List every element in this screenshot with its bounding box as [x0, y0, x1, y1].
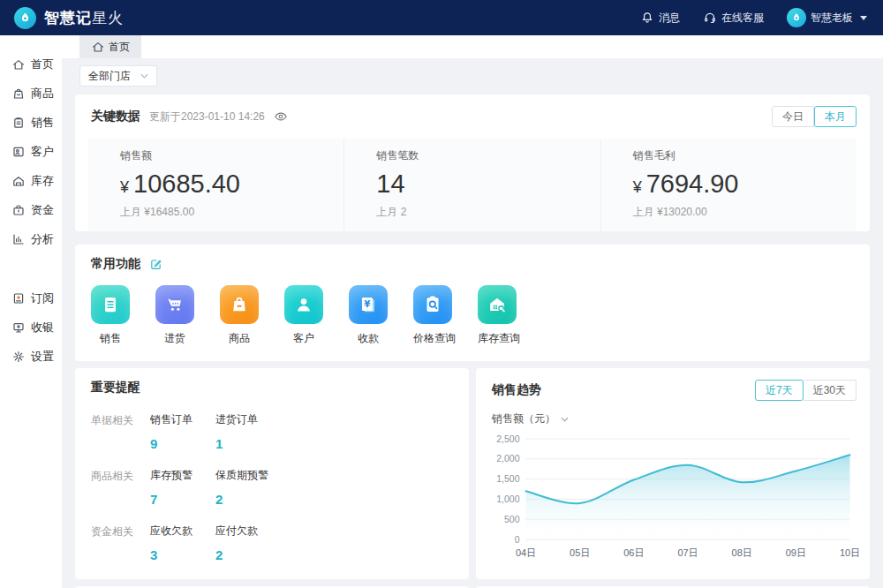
reminders-title: 重要提醒	[91, 380, 140, 396]
chart-icon	[11, 232, 26, 246]
edit-quick-actions-button[interactable]	[149, 258, 162, 271]
quick-action-goods[interactable]: 商品	[220, 285, 259, 346]
online-support-button[interactable]: 在线客服	[703, 11, 764, 26]
quick-action-sale[interactable]: 销售	[91, 285, 130, 346]
sidebar-item-cashier[interactable]: 收银	[0, 313, 62, 342]
quick-action-tiles: 销售 进货 商品	[75, 272, 870, 361]
trend-metric-value: 销售额（元）	[492, 411, 555, 426]
sidebar-item-label: 销售	[31, 115, 54, 131]
reminder-value-link[interactable]: 9	[150, 436, 215, 451]
sales-trend-title: 销售趋势	[492, 382, 541, 398]
cart-icon	[155, 285, 194, 324]
reminder-group-orders: 单据相关 销售订单 9 进货订单 1	[75, 412, 469, 451]
svg-text:500: 500	[504, 514, 520, 524]
toggle-today-button[interactable]: 今日	[772, 106, 814, 127]
brand-logo-icon	[14, 7, 36, 29]
sales-trend-chart-wrap: 05001,0001,5002,0002,50004日05日06日07日08日0…	[476, 426, 870, 566]
sidebar-item-analysis[interactable]: 分析	[0, 224, 62, 253]
sidebar-item-home[interactable]: 首页	[0, 49, 62, 79]
subscribe-icon	[11, 291, 26, 305]
tab-home[interactable]: 首页	[79, 35, 141, 58]
stat-prev: 上月 ¥13020.00	[633, 205, 857, 220]
toggle-7d-button[interactable]: 近7天	[755, 380, 804, 401]
quick-actions-card: 常用功能 销售	[75, 245, 870, 361]
svg-text:1,000: 1,000	[496, 494, 519, 504]
page-content: 全部门店 关键数据 更新于2023-01-10 14:26 今日 本月	[62, 58, 883, 588]
svg-text:08日: 08日	[732, 547, 752, 558]
tab-bar: 首页	[62, 35, 883, 58]
quick-action-customer[interactable]: 客户	[284, 285, 323, 346]
sidebar-item-label: 商品	[31, 86, 54, 102]
chevron-down-icon	[561, 417, 569, 422]
reminder-value-link[interactable]: 1	[215, 436, 281, 451]
reminder-value-link[interactable]: 2	[215, 492, 281, 507]
store-filter-select[interactable]: 全部门店	[79, 65, 157, 87]
svg-text:0: 0	[515, 534, 520, 545]
price-search-icon	[413, 285, 452, 324]
brand-light: 星火	[92, 10, 124, 26]
reminder-category: 单据相关	[91, 412, 150, 451]
stat-value: 14	[376, 170, 600, 199]
bell-icon	[640, 11, 654, 25]
quick-action-price-lookup[interactable]: 价格查询	[413, 285, 452, 346]
trend-metric-select[interactable]: 销售额（元）	[476, 401, 870, 426]
reminder-value-link[interactable]: 7	[150, 492, 215, 507]
tab-home-label: 首页	[109, 40, 130, 55]
bag-icon	[220, 285, 259, 324]
sidebar-item-label: 资金	[31, 202, 54, 218]
support-label: 在线客服	[721, 11, 764, 26]
svg-text:04日: 04日	[516, 547, 536, 558]
user-avatar	[787, 8, 806, 27]
stat-label: 销售毛利	[633, 148, 857, 163]
user-menu[interactable]: 智慧老板	[787, 8, 867, 27]
reminder-value-link[interactable]: 3	[150, 547, 215, 562]
stat-gross-profit: 销售毛利 ¥7694.90 上月 ¥13020.00	[600, 139, 857, 231]
key-data-card: 关键数据 更新于2023-01-10 14:26 今日 本月 销售额 ¥1068…	[75, 94, 870, 231]
sales-trend-chart: 05001,0001,5002,0002,50004日05日06日07日08日0…	[479, 430, 863, 562]
sidebar-item-funds[interactable]: 资金	[0, 195, 62, 224]
reminder-category: 资金相关	[91, 524, 150, 562]
stat-prev: 上月 2	[376, 205, 600, 220]
trend-period-toggle: 近7天 近30天	[755, 380, 857, 401]
reminder-item: 保质期预警 2	[215, 468, 281, 507]
sidebar-item-goods[interactable]: 商品	[0, 79, 62, 108]
svg-text:2,000: 2,000	[496, 453, 519, 464]
edit-icon	[149, 258, 162, 271]
sidebar-item-customers[interactable]: 客户	[0, 137, 62, 166]
currency-symbol: ¥	[120, 178, 129, 196]
home-icon	[11, 57, 26, 72]
sidebar-item-label: 设置	[31, 349, 54, 365]
messages-button[interactable]: 消息	[640, 11, 680, 26]
toggle-month-button[interactable]: 本月	[814, 106, 857, 127]
sidebar-item-inventory[interactable]: 库存	[0, 166, 62, 195]
user-name: 智慧老板	[811, 11, 853, 26]
person-icon	[284, 285, 323, 324]
chevron-down-icon	[140, 73, 148, 79]
key-stats: 销售额 ¥10685.40 上月 ¥16485.00 销售笔数 14 上月 2 …	[88, 139, 857, 231]
clipboard-icon	[11, 116, 26, 130]
quick-action-purchase[interactable]: 进货	[155, 285, 194, 346]
briefcase-icon	[11, 203, 26, 217]
quick-action-stock-lookup[interactable]: 库存查询	[478, 285, 517, 346]
brand-name: 智慧记星火	[44, 8, 124, 28]
sidebar-item-sales[interactable]: 销售	[0, 108, 62, 137]
quick-action-collect[interactable]: ¥ 收款	[349, 285, 388, 346]
sidebar-item-label: 首页	[31, 57, 54, 72]
stat-label: 销售额	[120, 148, 343, 163]
sidebar-item-subscribe[interactable]: 订阅	[0, 283, 62, 313]
key-data-title: 关键数据	[91, 109, 140, 124]
reminder-value-link[interactable]: 2	[215, 547, 281, 562]
gear-icon	[11, 350, 26, 364]
sidebar-item-label: 客户	[31, 144, 54, 160]
reminder-group-funds: 资金相关 应收欠款 3 应付欠款 2	[75, 524, 469, 562]
stat-label: 销售笔数	[376, 148, 600, 163]
stat-value: ¥7694.90	[633, 170, 857, 199]
sidebar-item-label: 订阅	[31, 290, 54, 306]
top-navbar: 智慧记星火 消息 在线客服 智	[0, 0, 883, 35]
sidebar: 首页 商品 销售 客户 库存 资金 分析 订阅	[0, 35, 62, 588]
sidebar-item-label: 分析	[31, 231, 54, 247]
visibility-toggle-button[interactable]	[274, 109, 288, 124]
toggle-30d-button[interactable]: 近30天	[804, 380, 857, 401]
store-filter-value: 全部门店	[88, 69, 131, 84]
sidebar-item-settings[interactable]: 设置	[0, 342, 62, 371]
